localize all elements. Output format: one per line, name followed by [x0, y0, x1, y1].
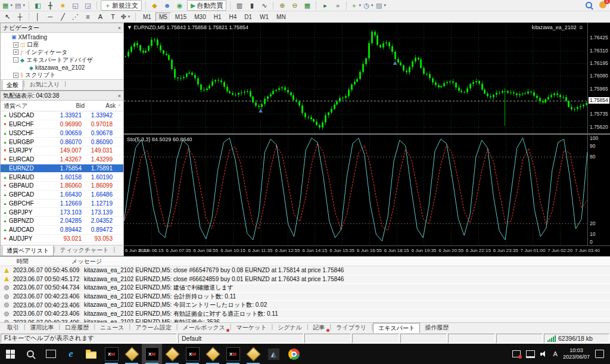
timeframe-h4[interactable]: H4 [226, 13, 241, 21]
text-label-icon[interactable]: T [107, 12, 119, 21]
terminal-tab-7[interactable]: シグナル [273, 323, 307, 332]
candlestick-mode-icon[interactable]: ▮ [245, 1, 258, 10]
log-row-0[interactable]: 2023.06.07 00:50:45.609kitazawa_ea_2102 … [0, 266, 610, 275]
price-axis[interactable]: 1.764251.763101.761951.760801.759651.757… [587, 23, 610, 245]
timeframe-h1[interactable]: H1 [210, 13, 225, 21]
expand-icon[interactable]: + [13, 49, 18, 55]
fibonacci-icon[interactable]: ≡ [82, 12, 94, 21]
mt4-app-4-icon[interactable] [243, 344, 263, 364]
column-message[interactable]: メッセージ [71, 257, 102, 266]
navigator-item-xmtrading[interactable]: ▣XMTrading [1, 33, 123, 41]
symbol-row-gbpchf[interactable]: ▲GBPCHF1.126691.12719 [1, 200, 123, 209]
taskbar-clock[interactable]: 10:032023/06/07 [563, 347, 590, 360]
terminal-panel-icon[interactable]: ◱ [69, 1, 82, 10]
tile-windows-icon[interactable]: ▦ [301, 1, 313, 10]
mt4-app-3-icon[interactable] [203, 344, 223, 364]
zoom-out-icon[interactable]: ⊖ [288, 1, 301, 10]
navigator-item-スクリプト[interactable]: +§スクリプト [1, 71, 123, 79]
expand-icon[interactable]: + [13, 73, 18, 78]
network-icon[interactable] [526, 350, 535, 358]
templates-icon[interactable]: ▨ [375, 1, 387, 10]
terminal-tab-2[interactable]: 口座履歴 [60, 323, 94, 332]
terminal-tab-11[interactable]: 操作履歴 [420, 323, 453, 332]
vertical-line-icon[interactable]: │ [32, 12, 44, 21]
search-icon[interactable] [586, 2, 592, 8]
timeframe-w1[interactable]: W1 [256, 13, 272, 21]
navigator-item-インディケータ[interactable]: +ƒインディケータ [1, 49, 123, 57]
crosshair-icon[interactable]: ┼ [14, 12, 26, 21]
timeframe-mn[interactable]: MN [273, 13, 290, 21]
timeframe-m30[interactable]: M30 [191, 13, 209, 21]
terminal-tab-9[interactable]: ライブラリ [331, 323, 371, 332]
symbol-row-eurnzd[interactable]: ▲EURNZD1.758541.75891 [1, 164, 123, 173]
notifications-icon[interactable]: 1 [599, 1, 606, 8]
price-chart-canvas[interactable] [124, 23, 587, 133]
mql5-community-icon[interactable]: ☻ [161, 1, 173, 10]
line-chart-mode-icon[interactable]: ∿ [258, 1, 270, 10]
symbol-row-usdcad[interactable]: ▲USDCAD1.339211.33942 [1, 111, 123, 120]
bar-chart-mode-icon[interactable]: ▥ [233, 1, 245, 10]
autotrading-icon[interactable]: ▶自動売買 [187, 0, 226, 11]
cursor-icon[interactable]: ↖ [1, 12, 14, 21]
timeframe-d1[interactable]: D1 [241, 13, 256, 21]
task-view-button[interactable] [41, 344, 61, 364]
chrome-icon[interactable] [284, 344, 304, 364]
xm-app-2-icon[interactable]: XM [142, 344, 162, 364]
taskbar-search-button[interactable] [20, 344, 41, 364]
terminal-tab-4[interactable]: アラーム設定 [130, 323, 176, 332]
collapse-icon[interactable]: - [13, 57, 18, 63]
timeframe-m5[interactable]: M5 [155, 13, 171, 21]
expand-icon[interactable]: + [13, 42, 18, 48]
mt4-app-1-icon[interactable] [122, 344, 142, 364]
stochastic-canvas[interactable] [124, 135, 587, 245]
tray-app-badge-icon[interactable] [512, 350, 521, 357]
mt4-app-2-icon[interactable] [162, 344, 182, 364]
symbol-row-eurchf[interactable]: ▼EURCHF0.969900.97018 [1, 120, 123, 129]
action-center-icon[interactable] [595, 350, 604, 358]
trendline-icon[interactable]: ╱ [57, 12, 69, 21]
periods-icon[interactable]: ◷ [362, 1, 375, 10]
terminal-tab-0[interactable]: 取引 [2, 323, 24, 332]
market-watch-icon[interactable]: ◧ [32, 1, 44, 10]
photos-app-icon[interactable]: ◭ [263, 344, 284, 364]
symbol-row-gbpnzd[interactable]: ▲GBPNZD2.042852.04352 [1, 217, 123, 226]
market-watch-tab-0[interactable]: 通貨ペアリスト [2, 245, 54, 256]
market-watch-tab-1[interactable]: ティックチャート [55, 245, 114, 256]
ime-icon[interactable]: A [553, 350, 558, 357]
data-window-icon[interactable]: ╋ [44, 1, 57, 10]
chart-shift-icon[interactable]: » [331, 1, 344, 10]
column-symbol[interactable]: 通貨ペア [1, 102, 51, 110]
column-time[interactable]: 時間 [0, 257, 71, 266]
navigator-tab-0[interactable]: 全般 [2, 80, 23, 91]
log-row-5[interactable]: 2023.06.07 00:40:23.406kitazawa_ea_2102 … [0, 310, 610, 319]
xm-app-3-icon[interactable]: XM [182, 344, 203, 364]
symbol-row-eurcad[interactable]: ▼EURCAD1.432671.43299 [1, 155, 123, 164]
metaeditor-icon[interactable]: ◆ [148, 1, 161, 10]
strategy-tester-icon[interactable]: ◲ [82, 1, 94, 10]
timeframe-m1[interactable]: M1 [139, 13, 155, 21]
market-watch-close-icon[interactable]: × [118, 93, 121, 99]
navigator-icon[interactable]: ★ [57, 1, 69, 10]
symbol-row-gbpaud[interactable]: ▼GBPAUD1.860601.86099 [1, 182, 123, 191]
timeframe-m15[interactable]: M15 [172, 13, 190, 21]
navigator-item-エキスパートアドバイザ[interactable]: -◆エキスパートアドバイザ [1, 56, 123, 64]
status-profile[interactable]: Default [178, 334, 303, 343]
column-bid[interactable]: Bid [51, 102, 85, 109]
indicators-icon[interactable]: ＋ [349, 1, 362, 10]
file-explorer-icon[interactable] [81, 344, 101, 364]
symbol-row-eurgbp[interactable]: ▲EURGBP0.860700.86090 [1, 138, 123, 147]
auto-scroll-icon[interactable]: ▸ [319, 1, 331, 10]
new-order-icon[interactable]: ＋新規注文 [101, 0, 142, 11]
symbol-row-euraud[interactable]: ▲EURAUD1.601581.60190 [1, 173, 123, 182]
log-row-2[interactable]: 2023.06.07 00:50:44.734kitazawa_ea_2102 … [0, 284, 610, 293]
symbol-row-audjpy[interactable]: ▼AUDJPY93.02193.053 [1, 235, 123, 244]
navigator-tab-1[interactable]: お気に入り [25, 80, 65, 90]
text-icon[interactable]: A [94, 12, 107, 21]
channel-icon[interactable]: ⋰ [69, 12, 82, 21]
symbol-row-gbpcad[interactable]: ▲GBPCAD1.664301.66486 [1, 191, 123, 200]
log-row-1[interactable]: 2023.06.07 00:50:45.172kitazawa_ea_2102 … [0, 275, 610, 284]
terminal-tab-8[interactable]: 記事 [309, 323, 330, 332]
profiles-icon[interactable]: ▤ [14, 1, 26, 10]
terminal-tab-5[interactable]: メールボックス [178, 323, 229, 332]
column-ask[interactable]: Ask [85, 102, 116, 109]
